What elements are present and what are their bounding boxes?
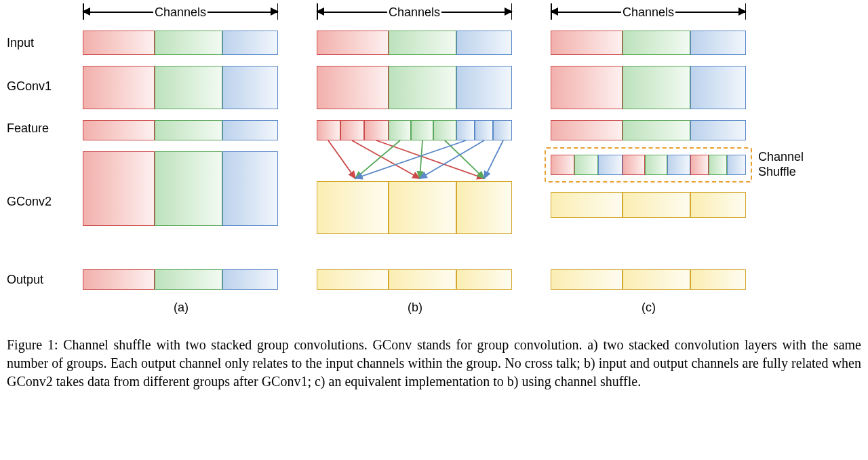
figure-caption: Figure 1: Channel shuffle with two stack… [7, 336, 861, 391]
channels-label-b: Channels [387, 5, 441, 20]
c-input [551, 31, 746, 55]
channels-arrow-a: Channels [83, 3, 278, 24]
b-output [317, 269, 512, 290]
label-gconv2: GConv2 [7, 195, 75, 209]
a-feature [83, 120, 278, 140]
channels-label-a: Channels [153, 5, 208, 20]
sublabel-c: (c) [642, 301, 656, 315]
b-gconv1 [317, 66, 512, 109]
channels-label-c: Channels [621, 5, 675, 20]
sublabel-a: (a) [174, 301, 189, 315]
channel-shuffle-diagram: Input GConv1 Feature GConv2 Output Chann… [7, 3, 861, 322]
label-gconv1: GConv1 [7, 79, 75, 94]
label-output: Output [7, 273, 75, 287]
c-gconv1 [551, 66, 746, 109]
svg-line-4 [420, 140, 422, 178]
channel-shuffle-label: Channel Shuffle [758, 150, 812, 179]
c-gconv2 [551, 192, 746, 218]
c-feature [551, 120, 746, 140]
c-output [551, 269, 746, 290]
channels-arrow-b: Channels [317, 3, 512, 24]
a-input [83, 31, 278, 55]
b-input [317, 31, 512, 55]
b-feature [317, 120, 512, 140]
a-gconv1 [83, 66, 278, 109]
b-gconv2 [317, 181, 512, 234]
a-gconv2 [83, 151, 278, 226]
svg-line-8 [484, 140, 503, 178]
c-shuffled [551, 155, 746, 175]
a-output [83, 269, 278, 290]
label-feature: Feature [7, 121, 75, 136]
sublabel-b: (b) [408, 301, 422, 315]
label-input: Input [7, 36, 75, 50]
channels-arrow-c: Channels [551, 3, 746, 24]
svg-line-0 [328, 140, 355, 178]
